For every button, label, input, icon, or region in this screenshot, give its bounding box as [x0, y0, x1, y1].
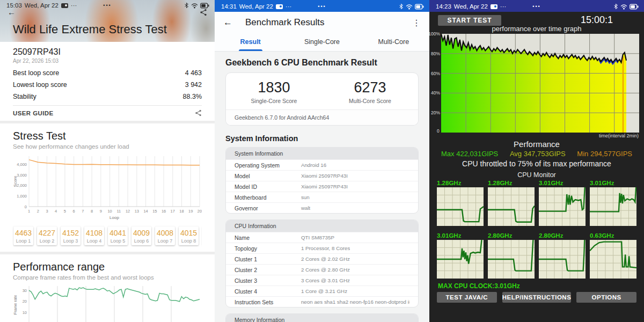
single-core-score-label: Single-Core Score	[226, 98, 322, 104]
cpu-core-graph	[488, 187, 535, 226]
loop-score-chip[interactable]: 4152Loop 3	[61, 226, 80, 245]
loop-score-chip[interactable]: 4108Loop 4	[84, 226, 104, 245]
svg-text:3,000: 3,000	[17, 173, 27, 178]
battery-icon	[200, 3, 209, 9]
stress-test-chart: 12345678910111213141516171819204,0003,00…	[13, 153, 202, 223]
info-row: Topology1 Processor, 8 Cores	[226, 243, 418, 253]
svg-text:Frame rate: Frame rate	[13, 295, 18, 315]
loop-score-label: Loop 3	[62, 238, 79, 244]
score-card: 1830 Single-Core Score 6273 Multi-Core S…	[225, 72, 419, 126]
info-card-title: CPU Information	[226, 220, 418, 232]
info-row-value: sun	[301, 194, 310, 200]
bluetooth-icon	[613, 3, 618, 10]
info-row-value: QTI SM8735P	[301, 235, 334, 240]
info-row-label: Model ID	[235, 184, 301, 190]
cpu-core-graph	[437, 240, 484, 279]
loop-score-chip[interactable]: 4015Loop 8	[179, 226, 199, 245]
info-row-value: neon aes sha1 sha2 neon-fp16 neon-dotpro…	[301, 299, 409, 305]
info-row-label: Topology	[235, 245, 301, 252]
loop-score-chip[interactable]: 4227Loop 2	[37, 226, 57, 245]
status-more: ···	[286, 3, 292, 10]
status-more: ···	[71, 2, 77, 9]
back-icon[interactable]: ←	[8, 9, 16, 16]
back-icon[interactable]: ←	[223, 19, 232, 26]
triple-screenshot: 15:03 Wed, Apr 22 ··· ••• ← Wild Life Ex…	[0, 0, 644, 322]
app-bar-title: Benchmark Results	[245, 17, 324, 28]
cpu-core-graph	[539, 187, 586, 226]
svg-text:10: 10	[107, 209, 112, 214]
loop-score-chip[interactable]: 4009Loop 6	[131, 226, 151, 245]
loop-score-chip[interactable]: 4008Loop 7	[155, 226, 175, 245]
svg-text:12: 12	[126, 209, 130, 214]
info-card-title: Memory Information	[226, 314, 418, 322]
user-guide-link[interactable]: USER GUIDE	[13, 110, 54, 116]
overflow-menu-icon[interactable]: ⋮	[412, 18, 421, 28]
info-row-value: 2 Cores @ 2.02 GHz	[301, 256, 350, 262]
tab-result[interactable]: Result	[215, 33, 286, 51]
cpu-core-graph	[488, 240, 535, 279]
loop-score-label: Loop 5	[109, 238, 127, 244]
y-axis-tick: 40%	[431, 90, 440, 96]
svg-text:11: 11	[116, 209, 121, 214]
svg-text:Loop: Loop	[109, 215, 119, 220]
info-row: Cluster 12 Cores @ 2.02 GHz	[226, 253, 418, 264]
share-result-icon[interactable]	[195, 109, 202, 116]
y-axis-tick: 60%	[431, 71, 440, 76]
loop-score-label: Loop 4	[85, 238, 103, 244]
loop-score-chip[interactable]: 4463Loop 1	[13, 226, 33, 245]
avg-gips: Avg 347,753GIPS	[510, 150, 566, 158]
loop-score-label: Loop 2	[38, 238, 56, 244]
svg-text:30: 30	[23, 288, 27, 293]
svg-text:18: 18	[179, 209, 184, 214]
cpu-core-frequency: 0.63GHz	[590, 232, 636, 240]
info-row-label: Operating System	[235, 162, 301, 169]
result-row: Stability88.3%	[13, 91, 202, 103]
screen-record-icon	[276, 4, 283, 9]
info-card: Memory InformationSize11.3 GB	[225, 313, 419, 322]
button-help-instructions[interactable]: HELP/INSTRUCTIONS	[502, 292, 572, 303]
result-heading: Geekbench 6 CPU Benchmark Result	[225, 58, 419, 68]
page-title: Wild Life Extreme Stress Test	[13, 23, 167, 36]
status-bar-left: 15:03 Wed, Apr 22 ··· •••	[0, 0, 215, 10]
info-row-value: 1 Processor, 8 Cores	[301, 245, 350, 251]
svg-text:15: 15	[152, 209, 157, 214]
loop-score-value: 4008	[156, 229, 174, 237]
max-gips: Max 422,031GIPS	[441, 150, 498, 158]
max-cpu-clock: MAX CPU CLOCK:3.01GHz	[429, 281, 644, 292]
cpu-core-monitor: 1.28GHz	[488, 180, 535, 228]
tab-single-core[interactable]: Single-Core	[286, 33, 357, 51]
cpu-core-graph	[539, 240, 586, 279]
cpu-core-graph	[437, 187, 484, 226]
info-row: Motherboardsun	[226, 192, 418, 202]
button-options[interactable]: OPTIONS	[576, 292, 636, 303]
y-axis-origin: 0	[437, 128, 440, 134]
info-row: ModelXiaomi 25097RP43I	[226, 170, 418, 181]
svg-text:1: 1	[28, 209, 30, 214]
bottom-buttons: TEST JAVA/CHELP/INSTRUCTIONSOPTIONS	[429, 292, 644, 303]
share-icon[interactable]	[200, 9, 207, 16]
button-test-java-c[interactable]: TEST JAVA/C	[437, 292, 497, 303]
svg-text:10: 10	[23, 310, 27, 315]
svg-text:0: 0	[25, 204, 27, 209]
y-axis-tick: 80%	[431, 51, 440, 56]
info-row-label: Instruction Sets	[235, 299, 301, 305]
svg-text:Score: Score	[13, 175, 18, 187]
wildlife-header-image: 15:03 Wed, Apr 22 ··· ••• ← Wild Life Ex…	[0, 0, 215, 42]
tab-multi-core[interactable]: Multi-Core	[358, 33, 429, 51]
start-test-button[interactable]: START TEST	[438, 15, 501, 26]
svg-text:4,000: 4,000	[17, 162, 27, 167]
performance-range-chart: 010203040503020100Frame rate	[13, 284, 202, 322]
battery-icon	[415, 4, 424, 10]
loop-score-label: Loop 6	[133, 238, 150, 244]
info-row-value: 2 Cores @ 2.80 GHz	[301, 267, 350, 273]
info-row: Cluster 22 Cores @ 2.80 GHz	[226, 264, 418, 275]
svg-text:1,000: 1,000	[17, 194, 27, 199]
performance-range-card: Performance range Compare frame rates fr…	[0, 254, 215, 322]
tab-bar: ResultSingle-CoreMulti-Core	[215, 33, 429, 52]
loop-score-chip[interactable]: 4041Loop 5	[108, 226, 128, 245]
loop-score-label: Loop 1	[14, 238, 32, 244]
y-axis-tick: 100%	[429, 31, 440, 36]
svg-text:2,000: 2,000	[17, 183, 27, 188]
results-body: Geekbench 6 CPU Benchmark Result 1830 Si…	[215, 58, 429, 322]
cpu-throttling-panel: 14:23 Wed, Apr 22 ··· ••• START TEST 15:…	[429, 0, 644, 322]
